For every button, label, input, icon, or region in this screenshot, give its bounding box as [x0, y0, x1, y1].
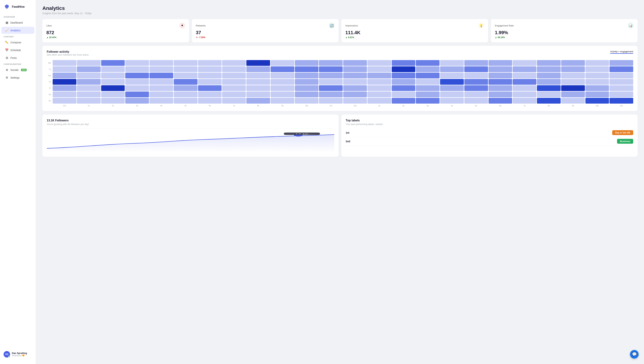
follower-chart: 13.1K: [47, 131, 334, 152]
sidebar-item-analytics[interactable]: 📈 Analytics: [2, 27, 34, 34]
sidebar-item-schedule-label: Schedule: [10, 49, 21, 52]
logo[interactable]: FeedHive: [0, 4, 36, 15]
heatmap-cell: [125, 98, 149, 104]
heatmap-cell: [101, 85, 125, 91]
heatmap-cell: [464, 66, 488, 72]
activity-toggle[interactable]: Activity + engagement: [610, 50, 633, 54]
stat-cards: Likes ♥ 872 ▲ 20.44% Retweets 🔄 37 ▼ -7.…: [42, 19, 638, 42]
heatmap-cell: [246, 85, 270, 91]
heatmap-cell: [586, 85, 609, 91]
stat-icon: 📊: [628, 23, 634, 29]
bottom-section: 13.1K Followers You're growing with 46 f…: [42, 115, 638, 157]
followers-subtitle: You're growing with 46 followers per day…: [47, 123, 334, 126]
stat-card-likes: Likes ♥ 872 ▲ 20.44%: [42, 19, 189, 42]
heatmap-cell: [198, 98, 222, 104]
page-title: Analytics: [42, 6, 638, 11]
heatmap-cell: [150, 85, 173, 91]
heatmap-time-labels: 12a1a2a3a4a5a6a7a8a9a10a11a12p1p2p3p4p5p…: [47, 105, 633, 107]
heatmap-cell: [586, 98, 609, 104]
rank-number: 1st: [346, 131, 349, 134]
heatmap-cell: [464, 79, 488, 85]
sidebar-item-posts[interactable]: ⊞ Posts: [2, 54, 34, 61]
heatmap-row-label: Mo: [47, 60, 52, 66]
heatmap-cell: [368, 73, 391, 78]
heatmap-cell: [295, 98, 318, 104]
heatmap-time-label: 2a: [101, 105, 125, 107]
heatmap-cell: [295, 73, 318, 78]
heatmap-cell: [150, 98, 173, 104]
heatmap-time-label: 9a: [270, 105, 294, 107]
new-badge: NEW: [21, 69, 26, 71]
heatmap-cell: [368, 79, 391, 85]
heatmap-cell: [198, 60, 222, 66]
heatmap-cell: [416, 73, 440, 78]
heatmap-cell: [392, 73, 416, 78]
heatmap-cell: [198, 92, 222, 97]
heatmap-cell: [150, 73, 173, 78]
stat-label: Likes: [46, 24, 52, 27]
heatmap-cell: [513, 60, 536, 66]
app-name: FeedHive: [12, 5, 24, 9]
heatmap-time-label: 4p: [440, 105, 464, 107]
heatmap-cell: [270, 98, 294, 104]
heatmap-cell: [392, 60, 416, 66]
heatmap-time-label: 7a: [222, 105, 246, 107]
sidebar-item-settings[interactable]: ⚙ Settings: [2, 74, 34, 81]
svg-text:13.1K: 13.1K: [295, 133, 308, 135]
label-badge: Day in the life: [612, 130, 633, 135]
heatmap-time-label: 2p: [392, 105, 416, 107]
heatmap-time-label: 12a: [53, 105, 76, 107]
heatmap-cell: [198, 79, 222, 85]
stat-icon: 🔄: [329, 23, 334, 29]
heatmap-time-label: 5p: [464, 105, 488, 107]
heatmap-cell: [319, 92, 343, 97]
heatmap-cell: [513, 79, 536, 85]
labels-subtitle: Your best performing labels, ranked: [346, 123, 633, 126]
heatmap-cell: [77, 79, 100, 85]
heatmap-cell: [392, 92, 416, 97]
heatmap-cell: [174, 98, 198, 104]
heatmap-cell: [319, 73, 343, 78]
label-ranks: 1st Day in the life 2nd Business: [346, 128, 633, 146]
sidebar-item-posts-label: Posts: [10, 57, 17, 59]
sidebar-item-compose[interactable]: ✏️ Compose: [2, 39, 34, 46]
heatmap-cell: [53, 73, 76, 78]
heatmap-row-label: Th: [47, 79, 52, 85]
heatmap-cell: [150, 60, 173, 66]
heatmap-cell: [488, 98, 512, 104]
heatmap-cell: [513, 73, 536, 78]
heatmap-row-label: Sa: [47, 92, 52, 97]
sidebar-item-socials-label: Socials: [10, 69, 18, 71]
sidebar-item-schedule[interactable]: 📅 Schedule: [2, 47, 34, 54]
heatmap-cell: [392, 85, 416, 91]
rank-number: 2nd: [346, 140, 350, 143]
heatmap-cell: [610, 85, 633, 91]
heatmap-cell: [440, 98, 464, 104]
heatmap-cell: [416, 85, 440, 91]
heatmap-cell: [343, 73, 367, 78]
sidebar: FeedHive Overview ▦ Dashboard 📈 Analytic…: [0, 0, 36, 364]
sidebar-item-dashboard[interactable]: ▦ Dashboard: [2, 19, 34, 26]
heatmap-cell: [416, 60, 440, 66]
heatmap-time-label: 5a: [174, 105, 198, 107]
heatmap-cell: [343, 85, 367, 91]
heatmap-cell: [610, 73, 633, 78]
heatmap-cell: [246, 60, 270, 66]
heatmap-cell: [537, 85, 560, 91]
stat-value: 1.99%: [495, 30, 634, 36]
heatmap-cell: [488, 92, 512, 97]
heatmap-cell: [270, 60, 294, 66]
chat-button[interactable]: 💬: [630, 350, 638, 358]
heatmap-cell: [343, 92, 367, 97]
user-profile[interactable]: DS Dan Spratling Whitelisted 🧡: [0, 348, 36, 360]
heatmap-cell: [440, 79, 464, 85]
heatmap-cell: [368, 66, 391, 72]
heatmap-cell: [295, 92, 318, 97]
heatmap-cell: [464, 92, 488, 97]
heatmap-time-label: 1p: [368, 105, 391, 107]
heatmap-cell: [77, 98, 100, 104]
sidebar-item-socials[interactable]: ⊕ Socials NEW: [2, 66, 34, 73]
stat-label: Retweets: [196, 24, 206, 27]
heatmap-time-label: 11p: [610, 105, 633, 107]
heatmap-cell: [440, 92, 464, 97]
